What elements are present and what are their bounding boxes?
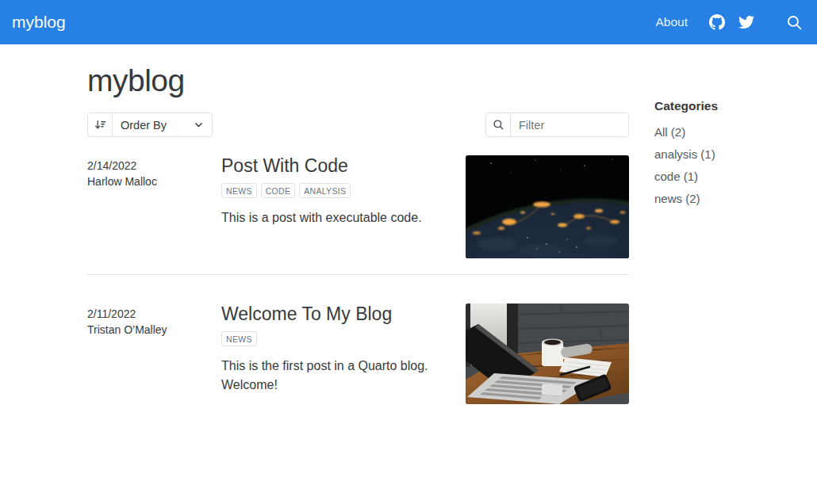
navbar-right: About — [655, 14, 803, 31]
category-link-analysis[interactable]: analysis (1) — [654, 147, 715, 161]
post-title-link[interactable]: Post With Code — [221, 155, 348, 178]
filter-input[interactable] — [511, 113, 628, 136]
category-link-news[interactable]: news (2) — [654, 192, 700, 205]
post-body: Post With Code news code analysis This i… — [221, 155, 466, 258]
post-author: Harlow Malloc — [87, 174, 221, 189]
post-listing-item: 2/11/2022 Tristan O’Malley Welcome To My… — [87, 275, 629, 420]
chevron-down-icon — [194, 113, 212, 136]
list-item: news (2) — [654, 190, 801, 207]
list-item: All (2) — [654, 124, 801, 140]
category-badge[interactable]: news — [221, 331, 257, 346]
post-date: 2/11/2022 — [87, 307, 221, 322]
main-content: myblog Order By 2/14/2022 Harlow Malloc — [87, 63, 629, 420]
github-icon[interactable] — [709, 14, 725, 30]
list-item: code (1) — [654, 168, 801, 185]
category-link-code[interactable]: code (1) — [654, 170, 698, 183]
categories-list: All (2) analysis (1) code (1) news (2) — [654, 124, 801, 207]
post-author: Tristan O’Malley — [87, 323, 221, 338]
post-body: Welcome To My Blog news This is the firs… — [221, 304, 466, 404]
sort-icon — [88, 113, 113, 136]
nav-link-about[interactable]: About — [655, 15, 688, 29]
order-by-label: Order By — [113, 113, 194, 136]
search-icon[interactable] — [786, 14, 803, 31]
category-badge[interactable]: news — [221, 183, 257, 198]
post-thumbnail-earth[interactable] — [466, 155, 629, 258]
listing-toolbar: Order By — [87, 113, 629, 137]
post-description: This is the first post in a Quarto blog.… — [221, 357, 447, 395]
navbar: myblog About — [0, 0, 817, 44]
post-listing: 2/14/2022 Harlow Malloc Post With Code n… — [87, 155, 629, 420]
filter-group — [485, 113, 629, 137]
category-badge[interactable]: analysis — [299, 183, 351, 198]
post-meta: 2/11/2022 Tristan O’Malley — [87, 304, 221, 404]
post-categories: news — [221, 331, 447, 346]
post-thumbnail-desk[interactable] — [466, 304, 629, 404]
list-item: analysis (1) — [654, 146, 801, 162]
order-by-dropdown[interactable]: Order By — [87, 113, 213, 137]
page-title: myblog — [87, 63, 629, 98]
post-date: 2/14/2022 — [87, 158, 221, 174]
navbar-brand[interactable]: myblog — [12, 13, 66, 32]
post-meta: 2/14/2022 Harlow Malloc — [87, 155, 221, 258]
categories-sidebar: Categories All (2) analysis (1) code (1)… — [654, 99, 801, 212]
categories-heading: Categories — [654, 99, 801, 113]
category-link-all[interactable]: All (2) — [654, 125, 685, 139]
post-categories: news code analysis — [221, 183, 447, 198]
twitter-icon[interactable] — [738, 14, 754, 30]
search-icon — [486, 113, 511, 136]
category-badge[interactable]: code — [261, 183, 296, 198]
post-description: This is a post with executable code. — [221, 208, 447, 227]
post-listing-item: 2/14/2022 Harlow Malloc Post With Code n… — [87, 155, 629, 275]
post-title-link[interactable]: Welcome To My Blog — [221, 304, 392, 326]
